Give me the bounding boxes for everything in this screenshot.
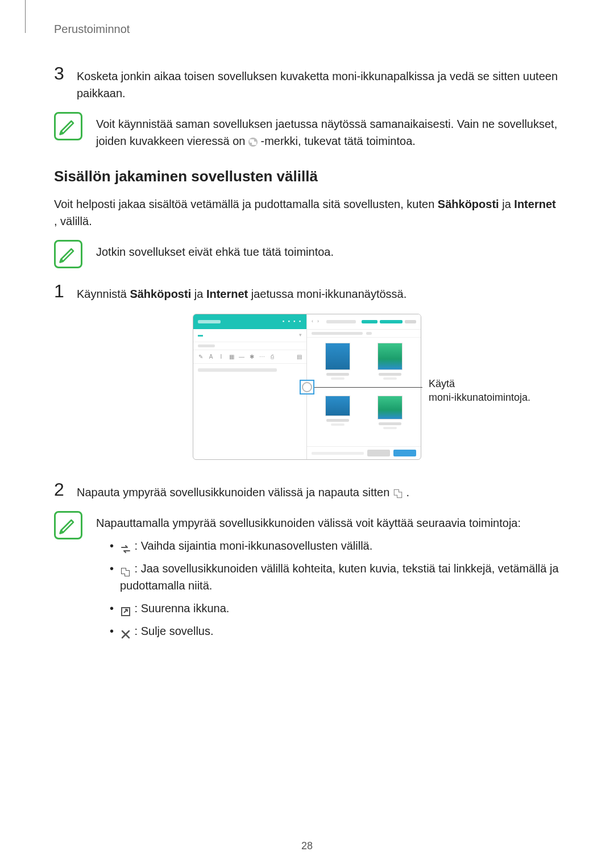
compose-to-label-blur: ▬: [198, 331, 221, 339]
browser-footer: [307, 446, 421, 459]
list-item-text: : Jaa sovellusikkunoiden välillä kohteit…: [120, 562, 559, 592]
email-pane: ▪ ▪ ▪ ▪ ▬ ▾ ✎ A I ▦ — ✱: [193, 314, 307, 459]
list-item-text: : Suurenna ikkuna.: [135, 602, 230, 614]
back-icon: ‹: [312, 318, 317, 326]
page-number: 28: [0, 840, 614, 852]
numbered-step-2: 2 Napauta ympyrää sovellusikkunoiden väl…: [54, 480, 560, 501]
note-text: Napauttamalla ympyrää sovellusikkunoiden…: [96, 511, 560, 645]
step1-app-internet: Internet: [206, 288, 248, 300]
callout-leader-line: [314, 387, 422, 388]
note3-intro: Napauttamalla ympyrää sovellusikkunoiden…: [96, 514, 560, 531]
toolbar-item: ⎙: [269, 352, 275, 361]
pencil-note-icon: [58, 116, 78, 136]
email-pane-header: ▪ ▪ ▪ ▪: [193, 314, 306, 329]
list-item-text: : Vaihda sijaintia moni-ikkunasovelluste…: [135, 539, 373, 552]
compose-toolbar: ✎ A I ▦ — ✱ ⋯ ⎙ ▤: [193, 350, 306, 364]
pencil-note-icon: [58, 515, 78, 535]
section-heading: Sisällön jakaminen sovellusten välillä: [54, 165, 560, 188]
forward-icon: ›: [317, 318, 323, 326]
callout-line1: Käytä: [429, 378, 455, 389]
intro-part-a: Voit helposti jakaa sisältöä vetämällä j…: [54, 198, 438, 210]
handle-circle-icon: [302, 382, 312, 392]
multi-window-handle: [300, 380, 314, 394]
browser-action-blur: [362, 320, 377, 323]
maximize-window-icon: [120, 604, 131, 614]
thumbnail-card: [314, 343, 362, 392]
compose-body-placeholder: [198, 368, 277, 372]
pencil-note-icon: [58, 244, 78, 264]
intro-part-c: ja: [502, 198, 514, 210]
step-number: 2: [54, 480, 77, 499]
svg-rect-6: [125, 571, 129, 576]
toolbar-item: ▦: [229, 352, 234, 361]
thumbnail-card: [366, 396, 414, 445]
toolbar-item: ▤: [296, 352, 302, 361]
step-number: 1: [54, 282, 77, 300]
browser-subheader-blur: [312, 332, 363, 335]
step-text: Käynnistä Sähköposti ja Internet jaetuss…: [77, 282, 560, 302]
footer-button-blur: [367, 450, 390, 456]
page-content: 3 Kosketa jonkin aikaa toisen sovellukse…: [54, 64, 560, 645]
toolbar-item: A: [208, 352, 214, 361]
footer-button-blur: [393, 450, 416, 456]
list-item-text: : Sulje sovellus.: [135, 625, 214, 637]
footer-text-blur: [312, 452, 364, 455]
toolbar-item: ✎: [198, 352, 204, 361]
drag-content-icon: [393, 488, 403, 499]
multi-window-figure: ▪ ▪ ▪ ▪ ▬ ▾ ✎ A I ▦ — ✱: [54, 314, 560, 460]
list-item: : Vaihda sijaintia moni-ikkunasovelluste…: [110, 537, 560, 554]
compose-to-value-blur: ▾: [299, 331, 302, 339]
step1-pre: Käynnistä: [77, 288, 130, 300]
thumbnail-card: [366, 343, 414, 392]
note-box: Voit käynnistää saman sovelluksen jaetus…: [54, 112, 560, 149]
compose-subject-blur: [198, 344, 215, 347]
browser-subheader-blur: [366, 332, 372, 335]
step-number: 3: [54, 64, 77, 82]
intro-app-email: Sähköposti: [438, 198, 499, 210]
email-header-actions-blur: ▪ ▪ ▪ ▪: [283, 318, 302, 326]
manual-page: Perustoiminnot 3 Kosketa jonkin aikaa to…: [0, 0, 614, 868]
section-intro: Voit helposti jakaa sisältöä vetämällä j…: [54, 196, 560, 230]
browser-subheader: [307, 330, 421, 338]
step-text: Kosketa jonkin aikaa toisen sovelluksen …: [77, 64, 560, 102]
toolbar-item: ✱: [249, 352, 255, 361]
toolbar-item: —: [239, 352, 244, 361]
callout-line2: moni-ikkunatoimintoja.: [429, 392, 530, 403]
note-text: Jotkin sovellukset eivät ehkä tue tätä t…: [96, 240, 560, 260]
thumbnail-card: [314, 396, 362, 445]
close-icon: [120, 627, 131, 637]
breadcrumb: Perustoiminnot: [54, 23, 560, 36]
drag-content-icon: [120, 564, 131, 575]
svg-rect-7: [122, 568, 126, 574]
email-header-title-blur: [198, 320, 221, 323]
intro-app-internet: Internet: [514, 198, 555, 210]
step-text: Napauta ympyrää sovellusikkunoiden välis…: [77, 480, 560, 501]
browser-toolbar: ‹ ›: [307, 314, 421, 330]
multi-window-actions-list: : Vaihda sijaintia moni-ikkunasovelluste…: [96, 537, 560, 639]
crop-edge-marker: [25, 0, 26, 33]
url-bar-blur: [326, 320, 356, 323]
numbered-step-3: 3 Kosketa jonkin aikaa toisen sovellukse…: [54, 64, 560, 102]
step1-app-email: Sähköposti: [130, 288, 191, 300]
note-box: Jotkin sovellukset eivät ehkä tue tätä t…: [54, 240, 560, 268]
step1-mid: ja: [194, 288, 206, 300]
step2-pre: Napauta ympyrää sovellusikkunoiden välis…: [77, 486, 393, 499]
step2-post: .: [406, 486, 409, 499]
note-icon: [54, 240, 82, 268]
list-item: : Sulje sovellus.: [110, 622, 560, 639]
compose-subject-row: [193, 342, 306, 350]
list-item: : Suurenna ikkuna.: [110, 600, 560, 617]
list-item: : Jaa sovellusikkunoiden välillä kohteit…: [110, 560, 560, 594]
swap-windows-icon: [120, 542, 131, 552]
browser-action-blur: [380, 320, 403, 323]
numbered-step-1: 1 Käynnistä Sähköposti ja Internet jaetu…: [54, 282, 560, 302]
browser-action-blur: [405, 320, 416, 323]
figure-callout: Käytä moni-ikkunatoimintoja.: [429, 377, 559, 405]
step1-post: jaetussa moni-ikkunanäytössä.: [251, 288, 406, 300]
note-icon: [54, 511, 82, 539]
note-text-part-b: -merkki, tukevat tätä toimintoa.: [261, 135, 416, 147]
toolbar-item: I: [218, 352, 224, 361]
note-icon: [54, 112, 82, 140]
svg-rect-3: [395, 489, 399, 495]
note-text: Voit käynnistää saman sovelluksen jaetus…: [96, 112, 560, 149]
